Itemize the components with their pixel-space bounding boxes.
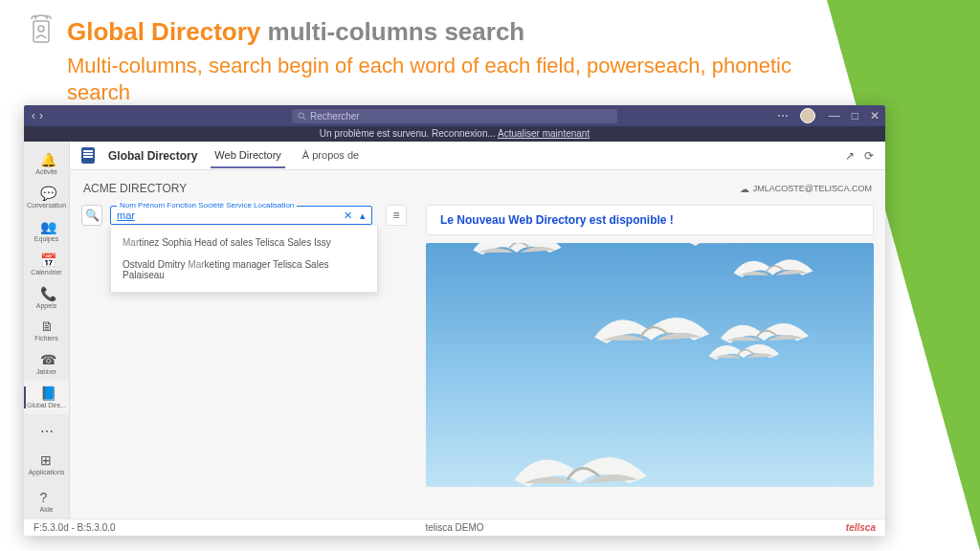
rail-help[interactable]: ?Aide [24,485,69,518]
slide-header: Global Directory multi-columns search Mu… [67,17,808,105]
avatar[interactable] [800,108,815,123]
rail-global-directory[interactable]: 📘Global Dire... [24,381,69,414]
clear-search-icon[interactable]: ✕ [344,209,352,222]
refresh-icon[interactable]: ⟳ [864,149,874,163]
rail-activity[interactable]: 🔔Activité [24,147,69,181]
nav-back-icon[interactable]: ‹ [32,109,35,122]
directory-search-box: Nom Prénom Fonction Société Service Loca… [110,206,372,225]
version-label: F:5.3.0d - B:5.3.0.0 [33,522,116,533]
tab-about[interactable]: À propos de [299,143,363,168]
app-logo-icon [81,147,95,164]
phone-contact-icon [24,13,58,48]
window-titlebar: ‹ › Rechercher ⋯ — □ ✕ [24,105,885,126]
search-result-item[interactable]: Ostvald Dmitry Marketing manager Telisca… [111,253,377,286]
app-header: Global Directory Web Directory À propos … [70,142,885,170]
rail-chat[interactable]: 💬Conversation [24,181,69,214]
search-result-item[interactable]: Martinez Sophia Head of sales Telisca Sa… [111,231,377,253]
directory-search-input[interactable] [117,209,316,221]
status-bar: F:5.3.0d - B:5.3.0.0 telisca DEMO tellsc… [24,518,885,536]
close-button[interactable]: ✕ [870,109,880,122]
app-name: Global Directory [108,149,197,163]
svg-point-2 [299,113,303,118]
left-rail: 🔔Activité 💬Conversation 👥Equipes 📅Calend… [24,142,70,518]
collapse-dropdown-icon[interactable]: ▴ [360,209,366,222]
current-user: ☁ JMLACOSTE@TELISCA.COM [740,184,872,194]
global-search-input[interactable]: Rechercher [292,109,617,123]
search-field-label: Nom Prénom Fonction Société Service Loca… [117,201,297,209]
tab-web-directory[interactable]: Web Directory [211,143,284,168]
directory-search-icon[interactable]: 🔍 [81,205,102,226]
hamburger-button[interactable]: ≡ [386,205,407,226]
more-icon[interactable]: ⋯ [777,109,789,122]
reconnect-link[interactable]: Actualiser maintenant [498,128,590,139]
announcement-banner: Le Nouveau Web Directory est disponible … [426,205,874,235]
popout-icon[interactable]: ↗ [845,149,855,163]
slide-subtitle: Multi-columns, search begin of each word… [67,53,808,105]
directory-title: ACME DIRECTORY [83,182,187,195]
slide-title: Global Directory multi-columns search [67,17,808,47]
rail-jabber[interactable]: ☎Jabber [24,347,69,381]
rail-teams[interactable]: 👥Equipes [24,214,69,248]
teams-window: ‹ › Rechercher ⋯ — □ ✕ Un problème est s… [24,105,885,536]
nav-forward-icon[interactable]: › [39,109,43,122]
connection-error-bar: Un problème est survenu. Reconnexion... … [24,126,885,142]
rail-calendar[interactable]: 📅Calendrier [24,248,69,281]
rail-files[interactable]: 🗎Fichiers [24,315,69,348]
hero-image [426,243,874,487]
tenant-label: telisca DEMO [425,522,483,533]
brand-label: tellsca [846,522,876,533]
rail-more[interactable]: ⋯ [24,414,69,448]
maximize-button[interactable]: □ [852,109,858,122]
search-results-dropdown: Martinez Sophia Head of sales Telisca Sa… [110,226,378,293]
rail-apps[interactable]: ⊞Applications [24,448,69,481]
svg-point-1 [38,26,44,32]
cloud-icon: ☁ [740,184,749,194]
minimize-button[interactable]: — [829,109,840,122]
rail-calls[interactable]: 📞Appels [24,281,69,315]
